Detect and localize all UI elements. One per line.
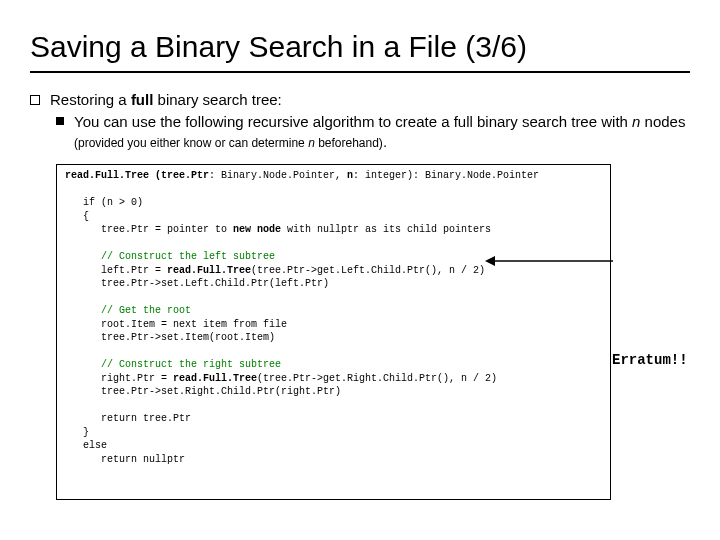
bullet1-text: Restoring a full binary search tree: [50, 91, 282, 108]
bullet1-bold: full [131, 91, 154, 108]
code-l20: } [65, 427, 89, 438]
code-l22: return nullptr [65, 454, 185, 465]
bullet1-prefix: Restoring a [50, 91, 131, 108]
code-l21: else [65, 440, 107, 451]
bullet-open-icon [30, 95, 40, 105]
code-l3: if (n > 0) [65, 197, 143, 208]
code-l5c: with nullptr as its child pointers [281, 224, 491, 235]
sub1-small-n: n [308, 136, 315, 150]
slide-body: Restoring a full binary search tree: You… [30, 91, 690, 501]
code-l16b: read.Full.Tree [173, 373, 257, 384]
code-l12: root.Item = next item from file [65, 319, 287, 330]
page-title: Saving a Binary Search in a File (3/6) [30, 30, 690, 73]
code-l9: tree.Ptr->set.Left.Child.Ptr(left.Ptr) [65, 278, 329, 289]
code-l13: tree.Ptr->set.Item(root.Item) [65, 332, 275, 343]
code-l1a: read.Full.Tree [65, 170, 149, 181]
code-l5a: tree.Ptr = pointer to [65, 224, 233, 235]
code-l7: // Construct the left subtree [65, 251, 275, 262]
code-l8a: left.Ptr = [65, 265, 167, 276]
code-l19: return tree.Ptr [65, 413, 191, 424]
sub1-a: You can use the following recursive algo… [74, 113, 632, 130]
bullet-level2: You can use the following recursive algo… [56, 112, 690, 153]
code-l1c: : Binary.Node.Pointer, [209, 170, 347, 181]
bullet-filled-icon [56, 117, 64, 125]
sub1-small: (provided you either know or can determi… [74, 136, 383, 150]
sub1-period: . [383, 133, 387, 150]
code-l8c: (tree.Ptr->get.Left.Child.Ptr(), n / 2) [251, 265, 485, 276]
code-l11: // Get the root [65, 305, 191, 316]
code-l1e: : integer): Binary.Node.Pointer [353, 170, 539, 181]
code-l5b: new node [233, 224, 281, 235]
svg-marker-1 [485, 256, 495, 266]
sub1-b: nodes [640, 113, 685, 130]
bullet-level1: Restoring a full binary search tree: [30, 91, 690, 108]
code-l16c: (tree.Ptr->get.Right.Child.Ptr(), n / 2) [257, 373, 497, 384]
code-box: read.Full.Tree (tree.Ptr: Binary.Node.Po… [56, 164, 611, 500]
code-l8b: read.Full.Tree [167, 265, 251, 276]
sub1-small-a: (provided you either know or can determi… [74, 136, 308, 150]
sub1-text: You can use the following recursive algo… [74, 112, 690, 153]
slide: Saving a Binary Search in a File (3/6) R… [0, 0, 720, 540]
code-l16a: right.Ptr = [65, 373, 173, 384]
code-l1b: (tree.Ptr [149, 170, 209, 181]
code-l17: tree.Ptr->set.Right.Child.Ptr(right.Ptr) [65, 386, 341, 397]
bullet1-suffix: binary search tree: [153, 91, 281, 108]
sub1-small-b: beforehand) [315, 136, 383, 150]
code-l15: // Construct the right subtree [65, 359, 281, 370]
erratum-label: Erratum!! [612, 352, 688, 368]
code-l4: { [65, 211, 89, 222]
arrow-icon [485, 253, 615, 283]
